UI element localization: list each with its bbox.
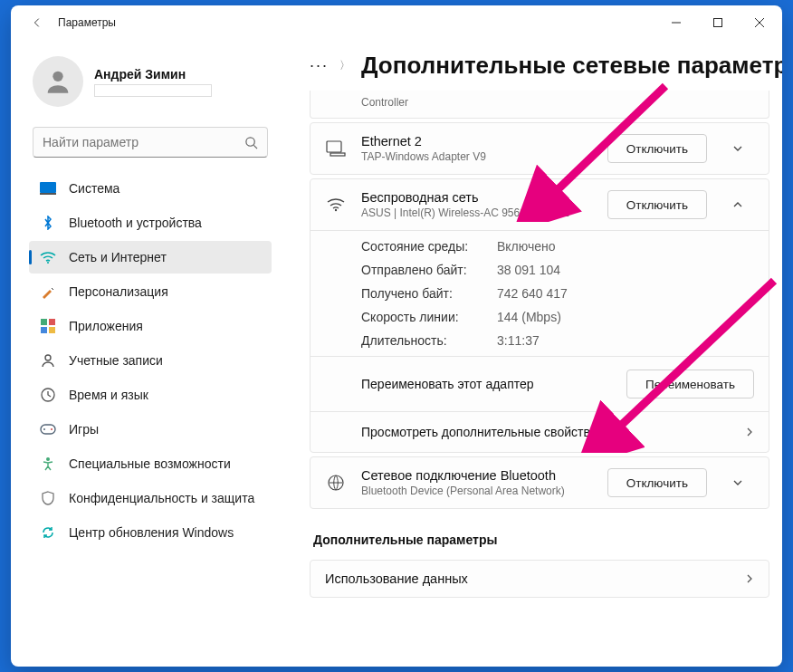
rename-button[interactable]: Переименовать [626,370,754,398]
svg-point-2 [246,137,254,145]
maximize-button[interactable] [697,7,739,38]
shield-icon [40,490,56,506]
detail-label: Состояние среды: [361,239,497,254]
wifi-icon [325,194,347,216]
svg-rect-4 [40,193,56,195]
section-heading: Дополнительные параметры [310,513,769,556]
detail-value: Включено [497,239,556,254]
accounts-icon [40,352,56,369]
back-button[interactable] [24,9,51,36]
expand-button[interactable] [721,134,754,163]
collapse-button[interactable] [721,190,754,219]
nav-network[interactable]: Сеть и Интернет [29,241,272,274]
adapter-subtitle: TAP-Windows Adapter V9 [361,150,593,163]
nav-privacy[interactable]: Конфиденциальность и защита [29,482,272,514]
detail-value: 144 (Mbps) [497,310,561,324]
nav-time[interactable]: Время и язык [29,379,272,411]
svg-rect-0 [714,19,722,27]
minimize-button[interactable] [655,7,697,38]
nav-label: Учетные записи [69,353,163,368]
avatar [33,56,83,107]
adapter-sub-truncated: Controller [361,96,754,109]
nav-label: Персонализация [69,284,168,299]
gaming-icon [40,421,56,437]
svg-rect-12 [41,425,55,434]
detail-value: 742 640 417 [497,286,568,301]
svg-rect-6 [41,319,47,325]
main-content: ··· 〉 Дополнительные сетевые параметры C… [282,40,782,667]
svg-rect-17 [330,153,345,156]
window-title: Параметры [58,16,655,29]
data-usage-row[interactable]: Использование данных [310,560,769,598]
nav-system[interactable]: Система [29,172,272,205]
nav-accounts[interactable]: Учетные записи [29,344,272,377]
nav: Система Bluetooth и устройства Сеть и Ин… [25,172,275,549]
ethernet-icon [325,138,347,159]
svg-rect-7 [49,319,55,325]
nav-label: Время и язык [69,388,148,402]
data-usage-label: Использование данных [325,571,731,586]
nav-label: Сеть и Интернет [69,250,167,264]
system-icon [40,180,56,197]
apps-icon [40,318,56,334]
nav-accessibility[interactable]: Специальные возможности [29,447,272,480]
detail-value: 3:11:37 [497,333,540,348]
svg-point-15 [46,457,50,461]
titlebar: Параметры [11,5,782,40]
rename-label: Переименовать этот адаптер [361,377,612,391]
breadcrumb-more[interactable]: ··· [310,56,329,75]
adapter-details: Состояние среды:Включено Отправлено байт… [311,230,769,356]
sidebar: Андрей Зимин Система Bluetooth и устройс… [11,40,282,667]
disable-button[interactable]: Отключить [607,468,707,497]
svg-point-18 [335,209,337,211]
nav-update[interactable]: Центр обновления Windows [29,516,272,549]
svg-rect-16 [327,141,341,152]
nav-bluetooth[interactable]: Bluetooth и устройства [29,206,272,239]
clock-icon [40,387,56,403]
svg-point-14 [51,428,53,430]
search-box[interactable] [33,127,268,158]
nav-label: Конфиденциальность и защита [69,491,254,505]
detail-label: Длительность: [361,333,497,348]
chevron-right-icon [745,573,754,584]
disable-button[interactable]: Отключить [607,190,707,219]
svg-point-1 [53,72,62,82]
detail-value: 38 091 104 [497,263,560,277]
search-input[interactable] [43,135,244,149]
adapter-card-truncated: Controller [310,91,769,119]
svg-point-5 [47,262,49,264]
bt-network-icon [325,472,347,494]
settings-window: Параметры Андрей Зимин Систе [11,5,782,667]
accessibility-icon [40,456,56,472]
update-icon [40,524,56,541]
adapter-subtitle: ASUS | Intel(R) Wireless-AC 9560 160MHz [361,206,593,219]
disable-button[interactable]: Отключить [607,134,707,163]
expand-button[interactable] [721,468,754,497]
svg-point-13 [43,428,45,430]
bluetooth-icon [40,215,56,231]
svg-rect-8 [41,327,47,333]
chevron-right-icon [745,427,754,437]
more-props-label: Просмотреть дополнительные свойства [361,425,731,439]
network-icon [40,249,56,265]
svg-rect-3 [40,182,56,193]
nav-label: Игры [69,422,99,437]
search-icon [244,136,258,149]
view-more-props-row[interactable]: Просмотреть дополнительные свойства [311,411,769,452]
profile[interactable]: Андрей Зимин [25,51,275,120]
adapter-card-ethernet2: Ethernet 2 TAP-Windows Adapter V9 Отключ… [310,122,769,175]
adapter-card-wifi: Беспроводная сеть ASUS | Intel(R) Wirele… [310,178,769,453]
nav-label: Специальные возможности [69,456,231,471]
adapter-title: Сетевое подключение Bluetooth [361,468,593,483]
profile-email-redacted [94,84,212,97]
adapter-title: Ethernet 2 [361,134,593,149]
nav-apps[interactable]: Приложения [29,310,272,342]
adapter-title: Беспроводная сеть [361,190,593,205]
close-button[interactable] [739,7,780,38]
rename-adapter-row: Переименовать этот адаптер Переименовать [311,356,769,411]
profile-name: Андрей Зимин [94,67,212,82]
nav-gaming[interactable]: Игры [29,413,272,446]
detail-label: Скорость линии: [361,310,497,324]
nav-personalization[interactable]: Персонализация [29,275,272,308]
adapter-card-bluetooth: Сетевое подключение Bluetooth Bluetooth … [310,456,769,509]
